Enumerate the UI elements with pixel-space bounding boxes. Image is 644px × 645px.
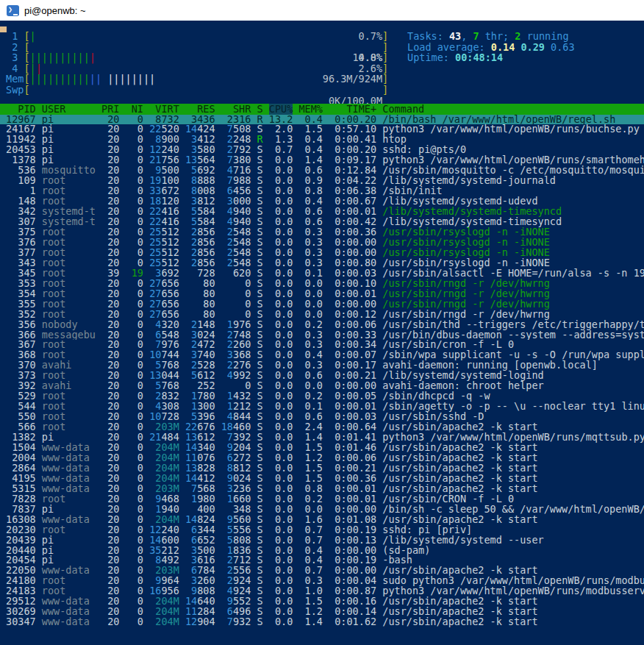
process-row[interactable]: 368 root 20 0 10744 3740 3368 S 0.0 0.4 … <box>0 350 644 360</box>
meter-mem: Mem[|||||||||||||||||||||96.3M/924M] <box>6 74 388 85</box>
process-row[interactable]: 370 avahi 20 0 5768 2528 2276 S 0.0 0.3 … <box>0 360 644 371</box>
process-row[interactable]: 5315 www-data 20 0 203M 7568 3236 S 0.0 … <box>0 484 644 494</box>
column-header-pid[interactable]: PID <box>6 104 36 115</box>
process-row[interactable]: 529 root 20 0 2832 1780 1432 S 0.0 0.2 0… <box>0 391 644 402</box>
column-header-command[interactable]: Command <box>382 104 424 115</box>
process-row[interactable]: 355 root 20 0 27656 80 0 S 0.0 0.0 0:00.… <box>0 299 644 310</box>
process-row[interactable]: 366 messagebu 20 0 6548 3024 2748 S 0.0 … <box>0 330 644 341</box>
terminal-window: ❯ pi@openwb: ~ 1 [|0.7%] 2 [0.0%] 3 [|||… <box>0 0 644 645</box>
process-row[interactable]: 20454 pi 20 0 8492 3616 2712 S 0.0 0.4 0… <box>0 555 644 566</box>
process-row[interactable]: 536 mosquitto 20 0 9500 5692 4716 S 0.0 … <box>0 165 644 176</box>
process-row[interactable]: 1 root 20 0 33672 8008 6456 S 0.0 0.8 0:… <box>0 186 644 196</box>
process-command: python3 /var/www/html/openWB/runs/smarth… <box>382 155 644 165</box>
process-row[interactable]: 20439 pi 20 0 14600 6652 5808 S 0.0 0.7 … <box>0 535 644 546</box>
column-header-time+[interactable]: TIME+ <box>329 104 376 115</box>
process-command: /lib/systemd/systemd-logind <box>382 371 543 381</box>
process-row[interactable]: 7828 root 20 0 9468 1980 1660 S 0.0 0.2 … <box>0 494 644 505</box>
process-table: PID USER PRI NI VIRT RES SHR S CPU% MEM%… <box>0 104 644 627</box>
process-row[interactable]: 376 root 20 0 25512 2856 2548 S 0.0 0.3 … <box>0 238 644 248</box>
process-row[interactable]: 11942 pi 20 0 8900 3412 2248 R 1.3 0.4 0… <box>0 135 644 145</box>
process-row[interactable]: 1382 pi 20 0 21484 13612 7392 S 0.0 1.4 … <box>0 432 644 443</box>
process-row[interactable]: 20453 pi 20 0 12240 3580 2792 S 0.7 0.4 … <box>0 145 644 155</box>
process-command: /usr/sbin/rsyslogd -n -iNONE <box>382 238 550 248</box>
process-command: /usr/sbin/cron -f -L 0 <box>382 340 514 350</box>
process-row[interactable]: 22050 www-data 20 0 203M 6784 2556 S 0.0… <box>0 566 644 576</box>
process-row[interactable]: 352 root 20 0 27656 80 0 S 0.0 0.0 0:00.… <box>0 310 644 320</box>
process-command: /usr/sbin/rngd -r /dev/hwrng <box>382 299 550 310</box>
powershell-icon: ❯ <box>7 5 19 16</box>
process-row[interactable]: 550 root 20 0 10728 5396 4844 S 0.0 0.6 … <box>0 412 644 422</box>
process-row[interactable]: 2864 www-data 20 0 204M 13828 8812 S 0.0… <box>0 463 644 474</box>
meter-value: 96.3M/924M <box>323 74 382 85</box>
process-row[interactable]: 392 avahi 20 0 5768 252 0 S 0.0 0.0 0:00… <box>0 381 644 391</box>
window-titlebar[interactable]: ❯ pi@openwb: ~ <box>0 0 644 21</box>
process-row[interactable]: 345 root 39 19 3692 728 620 S 0.0 0.1 0:… <box>0 268 644 279</box>
process-row[interactable]: 377 root 20 0 25512 2856 2548 S 0.0 0.3 … <box>0 248 644 258</box>
terminal-content[interactable]: 1 [|0.7%] 2 [0.0%] 3 [|||||||||||14.8%] … <box>0 21 644 645</box>
process-row[interactable]: 24183 root 20 0 16956 9808 4924 S 0.0 1.… <box>0 586 644 596</box>
process-row[interactable]: 1378 pi 20 0 21756 13564 7380 S 0.0 1.4 … <box>0 155 644 165</box>
process-row[interactable]: 356 nobody 20 0 4320 2148 1976 S 0.0 0.2… <box>0 320 644 330</box>
process-row[interactable]: 375 root 20 0 25512 2856 2548 S 0.0 0.3 … <box>0 227 644 238</box>
process-row[interactable]: 544 root 20 0 4308 1300 1212 S 0.0 0.1 0… <box>0 402 644 412</box>
process-row[interactable]: 4195 www-data 20 0 204M 14412 9024 S 0.0… <box>0 474 644 484</box>
process-row[interactable]: 148 root 20 0 18120 3812 3000 S 0.0 0.4 … <box>0 196 644 207</box>
process-command: /usr/sbin/sshd -D <box>382 412 484 422</box>
column-header-pri[interactable]: PRI <box>101 104 119 115</box>
process-row[interactable]: 12967 pi 20 0 8732 3436 2316 R 13.2 0.4 … <box>0 115 644 125</box>
process-command: /usr/bin/dbus-daemon --system --address=… <box>382 330 644 341</box>
process-command: /usr/sbin/apache2 -k start <box>382 515 537 525</box>
process-row[interactable]: 1504 www-data 20 0 204M 14340 9204 S 0.0… <box>0 443 644 453</box>
process-command: /sbin/dhcpcd -q -w <box>382 391 490 402</box>
uptime-line: Uptime: 00:48:14 <box>407 52 575 63</box>
column-header-res[interactable]: RES <box>185 104 215 115</box>
process-command: /usr/sbin/rngd -r /dev/hwrng <box>382 279 550 289</box>
process-row[interactable]: 342 systemd-t 20 0 22416 5584 4940 S 0.0… <box>0 207 644 217</box>
process-command: /sbin/init <box>382 186 442 196</box>
process-row[interactable]: 2004 www-data 20 0 204M 11076 6272 S 0.0… <box>0 453 644 463</box>
process-command: /usr/sbin/apache2 -k start <box>382 463 537 474</box>
process-row[interactable]: 16308 www-data 20 0 204M 14824 9560 S 0.… <box>0 515 644 525</box>
process-row[interactable]: 343 root 20 0 25512 2856 2548 S 0.0 0.3 … <box>0 258 644 268</box>
process-row[interactable]: 373 root 20 0 13044 5612 4992 S 0.0 0.6 … <box>0 371 644 381</box>
process-command: sudo python3 /var/www/html/openWB/runs/m… <box>382 576 644 586</box>
process-command: python3 /var/www/html/openWB/runs/buchse… <box>382 124 640 135</box>
process-command: /usr/sbin/apache2 -k start <box>382 617 537 627</box>
column-header-mem[interactable]: MEM% <box>298 104 323 115</box>
meter-cpu2: 2 [0.0%] <box>6 42 388 53</box>
process-command: avahi-daemon: chroot helper <box>382 381 543 391</box>
column-header-virt[interactable]: VIRT <box>149 104 179 115</box>
process-command: /usr/sbin/rngd -r /dev/hwrng <box>382 310 550 320</box>
process-row[interactable]: 29512 www-data 20 0 204M 14640 9552 S 0.… <box>0 596 644 607</box>
process-command: /usr/sbin/apache2 -k start <box>382 474 537 484</box>
process-row[interactable]: 109 root 20 0 19100 8888 7988 S 0.0 0.9 … <box>0 176 644 186</box>
process-row[interactable]: 354 root 20 0 27656 80 0 S 0.0 0.0 0:00.… <box>0 289 644 299</box>
meter-value: 2.6% <box>359 63 383 74</box>
meter-cpu1: 1 [|0.7%] <box>6 31 388 42</box>
process-command: -bash <box>382 555 412 566</box>
process-row[interactable]: 30347 www-data 20 0 204M 12904 7932 S 0.… <box>0 617 644 627</box>
meter-cpu4: 4 [||2.6%] <box>6 63 388 74</box>
process-command: /usr/sbin/thd --triggers /etc/triggerhap… <box>382 320 644 330</box>
process-row[interactable]: 20230 root 20 0 12240 6344 5556 S 0.0 0.… <box>0 525 644 535</box>
process-row[interactable]: 24167 pi 20 0 22520 14424 7508 S 2.0 1.5… <box>0 124 644 135</box>
column-header-shr[interactable]: SHR <box>221 104 251 115</box>
column-header-ni[interactable]: NI <box>126 104 143 115</box>
column-header-user[interactable]: USER <box>42 104 96 115</box>
process-row[interactable]: 353 root 20 0 27656 80 0 S 0.0 0.0 0:00.… <box>0 279 644 289</box>
process-row[interactable]: 30269 www-data 20 0 204M 11284 6496 S 0.… <box>0 607 644 617</box>
process-command: /usr/sbin/apache2 -k start <box>382 484 537 494</box>
process-row[interactable]: 307 systemd-t 20 0 22416 5584 4940 S 0.0… <box>0 217 644 227</box>
process-row[interactable]: 367 root 20 0 7976 2472 2260 S 0.0 0.3 0… <box>0 340 644 350</box>
process-row[interactable]: 566 root 20 0 203M 22676 18460 S 0.0 2.4… <box>0 422 644 432</box>
column-header-s[interactable]: S <box>257 104 262 115</box>
process-command: /usr/sbin/mosquitto -c /etc/mosquitto/mo… <box>382 165 644 176</box>
process-row[interactable]: 24180 root 20 0 9964 3260 2924 S 0.0 0.3… <box>0 576 644 586</box>
meter-value: 0.7% <box>359 31 383 42</box>
process-row[interactable]: 20440 pi 20 0 35212 3500 1836 S 0.0 0.4 … <box>0 546 644 556</box>
column-header-cpu[interactable]: CPU% <box>269 104 293 115</box>
process-command: /sbin/wpa_supplicant -u -s -O /run/wpa_s… <box>382 350 644 360</box>
process-row[interactable]: 7837 pi 20 0 1940 400 348 S 0.0 0.0 0:00… <box>0 505 644 515</box>
process-command: /usr/sbin/apache2 -k start <box>382 443 537 453</box>
table-header: PID USER PRI NI VIRT RES SHR S CPU% MEM%… <box>0 104 644 115</box>
